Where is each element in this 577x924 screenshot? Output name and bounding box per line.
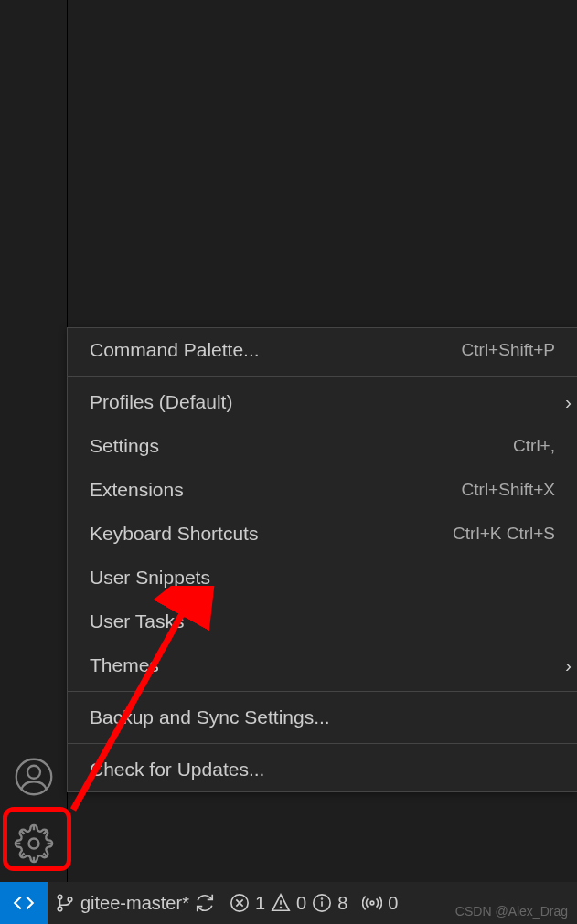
- git-branch-icon: [55, 893, 75, 913]
- chevron-right-icon: ›: [565, 654, 572, 676]
- menu-shortcut: Ctrl+K Ctrl+S: [453, 524, 555, 544]
- menu-item-user-tasks[interactable]: User Tasks: [68, 600, 577, 643]
- menu-separator: [68, 691, 577, 692]
- menu-item-profiles[interactable]: Profiles (Default) ›: [68, 380, 577, 424]
- error-icon: [230, 893, 250, 913]
- menu-label: User Snippets: [90, 567, 210, 589]
- menu-item-keyboard-shortcuts[interactable]: Keyboard Shortcuts Ctrl+K Ctrl+S: [68, 512, 577, 556]
- menu-item-check-updates[interactable]: Check for Updates...: [68, 748, 577, 791]
- radio-tower-icon: [362, 893, 382, 913]
- info-icon: [312, 893, 332, 913]
- manage-gear-icon[interactable]: [14, 823, 54, 864]
- menu-item-themes[interactable]: Themes ›: [68, 643, 577, 687]
- svg-point-5: [68, 897, 72, 902]
- branch-name: gitee-master*: [80, 893, 189, 914]
- menu-label: Settings: [90, 435, 159, 457]
- status-branch[interactable]: gitee-master*: [48, 882, 222, 924]
- menu-label: Extensions: [90, 479, 184, 501]
- chevron-right-icon: ›: [565, 391, 572, 413]
- menu-item-backup-sync[interactable]: Backup and Sync Settings...: [68, 696, 577, 739]
- menu-label: User Tasks: [90, 611, 184, 632]
- manage-context-menu: Command Palette... Ctrl+Shift+P Profiles…: [67, 327, 577, 792]
- menu-label: Command Palette...: [90, 339, 260, 361]
- menu-item-command-palette[interactable]: Command Palette... Ctrl+Shift+P: [68, 328, 577, 372]
- menu-label: Themes: [90, 654, 159, 676]
- svg-point-10: [281, 908, 282, 908]
- menu-separator: [68, 743, 577, 744]
- menu-separator: [68, 376, 577, 377]
- svg-point-14: [370, 901, 374, 905]
- svg-point-4: [58, 907, 62, 911]
- warning-icon: [271, 893, 291, 913]
- menu-label: Keyboard Shortcuts: [90, 523, 258, 545]
- menu-label: Profiles (Default): [90, 391, 232, 413]
- svg-point-2: [28, 839, 38, 849]
- menu-item-settings[interactable]: Settings Ctrl+,: [68, 424, 577, 468]
- svg-point-13: [322, 898, 323, 899]
- remote-indicator[interactable]: [0, 882, 48, 924]
- menu-label: Backup and Sync Settings...: [90, 706, 330, 728]
- menu-shortcut: Ctrl+Shift+X: [462, 480, 555, 500]
- accounts-icon[interactable]: [15, 758, 53, 796]
- sync-icon: [195, 893, 215, 913]
- status-problems[interactable]: 1 0 8: [222, 882, 355, 924]
- menu-shortcut: Ctrl+Shift+P: [462, 340, 555, 360]
- svg-point-1: [27, 766, 40, 779]
- warning-count: 0: [296, 893, 306, 914]
- menu-label: Check for Updates...: [90, 759, 264, 781]
- port-count: 0: [388, 893, 398, 914]
- info-count: 8: [337, 893, 347, 914]
- svg-point-3: [58, 895, 62, 899]
- status-ports[interactable]: 0: [355, 882, 405, 924]
- error-count: 1: [255, 893, 265, 914]
- menu-item-user-snippets[interactable]: User Snippets: [68, 556, 577, 600]
- watermark-text: CSDN @Alex_Drag: [455, 904, 568, 919]
- activity-bar: [0, 0, 67, 882]
- menu-item-extensions[interactable]: Extensions Ctrl+Shift+X: [68, 468, 577, 512]
- menu-shortcut: Ctrl+,: [513, 436, 555, 456]
